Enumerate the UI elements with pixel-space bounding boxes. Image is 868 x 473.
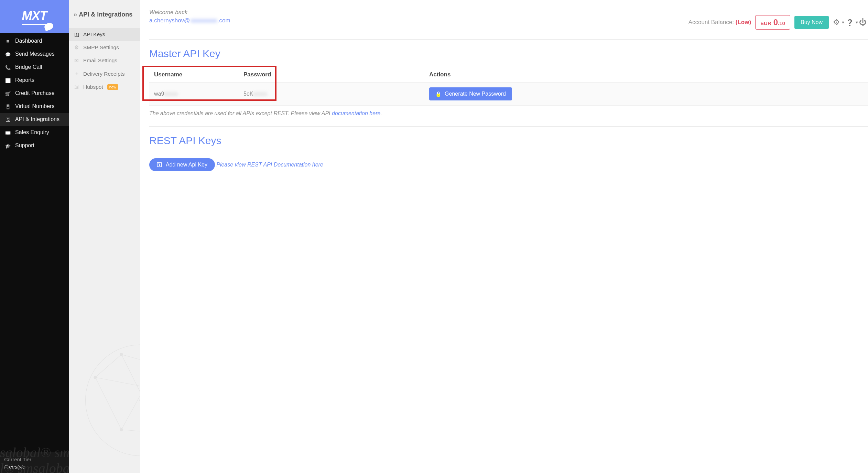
grad-icon <box>5 143 11 149</box>
add-api-key-button[interactable]: Add new Api Key <box>149 158 215 171</box>
nav-sales-enquiry[interactable]: Sales Enquiry <box>0 126 69 139</box>
nav-bridge-call[interactable]: Bridge Call <box>0 61 69 74</box>
generate-password-button[interactable]: Generate New Password <box>429 87 512 100</box>
money-icon <box>5 130 11 136</box>
subnav-label: SMPP Settings <box>83 44 119 51</box>
subnav-hubspot[interactable]: Hubspotnew <box>69 80 140 94</box>
subnav-label: Email Settings <box>83 57 117 64</box>
add-api-key-label: Add new Api Key <box>166 162 207 168</box>
nav-label: Bridge Call <box>15 64 42 70</box>
balance-amount: EUR 0.10 <box>755 15 790 30</box>
nav-support[interactable]: Support <box>0 139 69 152</box>
chevron-right-icon: » <box>74 11 76 18</box>
comment-icon <box>5 51 11 57</box>
help-menu-button[interactable]: ▼ <box>846 18 855 27</box>
main-sidebar: MXT Dashboard Send Messages Bridge Call … <box>0 0 69 473</box>
rest-documentation-link[interactable]: Please view REST API Documentation here <box>216 162 323 168</box>
nav-label: API & Integrations <box>15 116 59 122</box>
welcome-block: Welcome back a.chernyshov@xxxxxxxxx.com <box>149 9 230 24</box>
logout-button[interactable] <box>859 18 868 27</box>
plus-circle-icon <box>74 71 80 77</box>
nav-api-integrations[interactable]: API & Integrations <box>0 113 69 126</box>
settings-menu-button[interactable]: ▼ <box>833 18 842 27</box>
nav-label: Dashboard <box>15 38 42 44</box>
master-api-table-wrap: Username Password Actions wa9xxxxx 5oKxx… <box>149 67 868 106</box>
subnav-delivery-receipts[interactable]: Delivery Receipts <box>69 67 140 80</box>
subnav-email-settings[interactable]: Email Settings <box>69 54 140 67</box>
nav-send-messages[interactable]: Send Messages <box>0 47 69 61</box>
master-api-table: Username Password Actions wa9xxxxx 5oKxx… <box>149 67 868 106</box>
tier-value: Freestyle <box>4 464 65 470</box>
divider <box>149 126 868 127</box>
sub-sidebar-title: » API & Integrations <box>69 0 140 28</box>
nav-label: Credit Purchase <box>15 90 55 96</box>
subnav-label: Hubspot <box>83 84 103 90</box>
key-icon <box>74 32 80 37</box>
svg-point-7 <box>139 399 140 402</box>
divider <box>149 181 868 181</box>
cell-actions: Generate New Password <box>424 83 868 106</box>
nav-label: Send Messages <box>15 51 55 57</box>
master-api-note: The above credentials are used for all A… <box>149 110 868 117</box>
col-username: Username <box>149 67 239 83</box>
user-email[interactable]: a.chernyshov@xxxxxxxxx.com <box>149 17 230 24</box>
caret-down-icon: ▼ <box>841 20 845 24</box>
phone-icon <box>5 104 11 109</box>
caret-down-icon: ▼ <box>855 20 859 24</box>
tier-box: Current Tier: Freestyle <box>0 452 69 473</box>
bars-icon <box>5 38 11 44</box>
sub-nav: API Keys SMPP Settings Email Settings De… <box>69 28 140 94</box>
balance-currency: EUR <box>760 20 771 26</box>
logo-text: MXT <box>22 9 47 25</box>
lock-icon <box>435 91 441 97</box>
main-nav: Dashboard Send Messages Bridge Call Repo… <box>0 33 69 152</box>
svg-point-1 <box>94 376 97 379</box>
key-icon <box>5 117 11 122</box>
tier-label: Current Tier: <box>4 456 65 462</box>
top-right-controls: Account Balance: (Low) EUR 0.10 Buy Now … <box>688 9 868 30</box>
col-password: Password <box>239 67 424 83</box>
gear-icon <box>74 44 80 51</box>
svg-point-0 <box>86 345 141 456</box>
nav-label: Sales Enquiry <box>15 129 49 136</box>
mail-icon <box>74 57 80 64</box>
sub-title-text: API & Integrations <box>79 11 132 18</box>
subnav-api-keys[interactable]: API Keys <box>69 28 140 41</box>
cell-password: 5oKxxxxx <box>239 83 424 106</box>
buy-now-button[interactable]: Buy Now <box>794 16 829 29</box>
nav-virtual-numbers[interactable]: Virtual Numbers <box>0 100 69 113</box>
nav-dashboard[interactable]: Dashboard <box>0 34 69 47</box>
svg-point-6 <box>120 428 123 431</box>
svg-point-2 <box>120 353 123 356</box>
subnav-label: Delivery Receipts <box>83 71 125 77</box>
brand-logo[interactable]: MXT <box>0 0 69 33</box>
subnav-smpp-settings[interactable]: SMPP Settings <box>69 41 140 54</box>
chart-icon <box>5 77 11 83</box>
sub-sidebar: » API & Integrations API Keys SMPP Setti… <box>69 0 140 473</box>
master-api-title: Master API Key <box>149 48 868 60</box>
decorative-network-icon <box>76 301 140 473</box>
nav-reports[interactable]: Reports <box>0 74 69 87</box>
top-bar: Welcome back a.chernyshov@xxxxxxxxx.com … <box>149 9 868 30</box>
balance-low-badge: (Low) <box>736 19 751 25</box>
nav-label: Support <box>15 142 34 149</box>
nav-credit-purchase[interactable]: Credit Purchase <box>0 87 69 100</box>
power-icon <box>859 18 867 27</box>
api-key-row: wa9xxxxx 5oKxxxxx Generate New Password <box>149 83 868 106</box>
balance-label: Account Balance: (Low) <box>688 19 751 26</box>
api-documentation-link[interactable]: documentation here <box>332 110 380 116</box>
hubspot-icon <box>74 84 80 90</box>
subnav-label: API Keys <box>83 31 105 37</box>
phone-out-icon <box>5 64 11 70</box>
main-content: Welcome back a.chernyshov@xxxxxxxxx.com … <box>140 0 868 473</box>
nav-label: Virtual Numbers <box>15 103 54 109</box>
gear-icon <box>833 18 840 27</box>
generate-password-label: Generate New Password <box>445 91 506 97</box>
help-icon <box>846 18 854 27</box>
key-icon <box>157 162 162 168</box>
divider <box>149 39 868 40</box>
rest-api-title: REST API Keys <box>149 135 868 147</box>
col-actions: Actions <box>424 67 868 83</box>
cell-username: wa9xxxxx <box>149 83 239 106</box>
new-badge: new <box>107 84 118 90</box>
